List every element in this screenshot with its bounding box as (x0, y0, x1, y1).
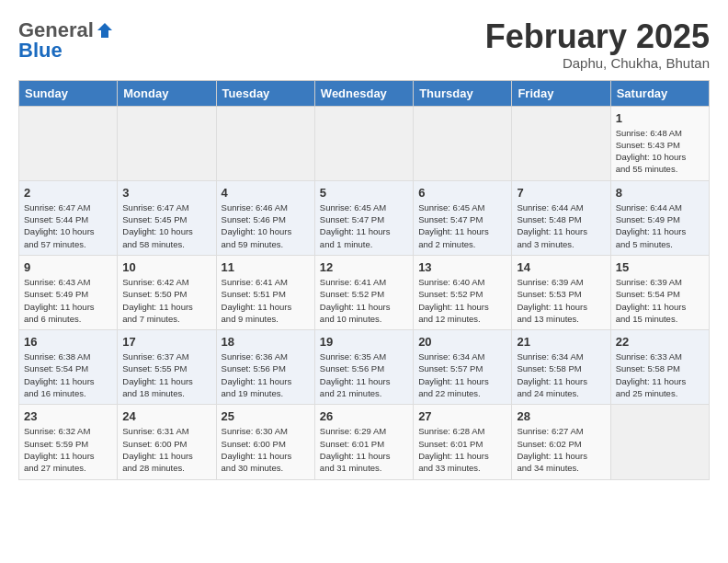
day-info: Sunrise: 6:43 AMSunset: 5:49 PMDaylight:… (24, 276, 112, 325)
calendar-cell (118, 106, 216, 180)
day-info: Sunrise: 6:38 AMSunset: 5:54 PMDaylight:… (24, 350, 112, 399)
day-number: 5 (320, 186, 408, 200)
day-number: 24 (122, 409, 210, 423)
calendar-cell: 14Sunrise: 6:39 AMSunset: 5:53 PMDayligh… (512, 255, 610, 329)
day-info: Sunrise: 6:32 AMSunset: 5:59 PMDaylight:… (24, 425, 112, 474)
calendar-cell (19, 106, 118, 180)
day-info: Sunrise: 6:46 AMSunset: 5:46 PMDaylight:… (222, 201, 310, 250)
day-number: 25 (222, 409, 310, 423)
day-number: 11 (222, 260, 310, 274)
calendar-cell: 17Sunrise: 6:37 AMSunset: 5:55 PMDayligh… (118, 330, 216, 405)
logo-icon (96, 21, 114, 40)
weekday-header: Sunday (19, 80, 118, 106)
day-number: 21 (517, 335, 605, 349)
day-info: Sunrise: 6:39 AMSunset: 5:53 PMDaylight:… (517, 276, 605, 325)
weekday-header: Wednesday (314, 80, 413, 106)
day-info: Sunrise: 6:29 AMSunset: 6:01 PMDaylight:… (320, 425, 408, 474)
day-info: Sunrise: 6:33 AMSunset: 5:58 PMDaylight:… (616, 350, 704, 399)
day-number: 16 (24, 335, 112, 349)
day-number: 20 (418, 335, 506, 349)
day-number: 27 (418, 409, 506, 423)
calendar-cell: 2Sunrise: 6:47 AMSunset: 5:44 PMDaylight… (19, 180, 118, 255)
calendar-cell: 10Sunrise: 6:42 AMSunset: 5:50 PMDayligh… (118, 255, 216, 329)
day-number: 22 (616, 335, 704, 349)
calendar-cell: 1Sunrise: 6:48 AMSunset: 5:43 PMDaylight… (610, 106, 709, 180)
day-number: 6 (418, 186, 506, 200)
calendar-cell: 13Sunrise: 6:40 AMSunset: 5:52 PMDayligh… (414, 255, 512, 329)
day-info: Sunrise: 6:35 AMSunset: 5:56 PMDaylight:… (320, 350, 408, 399)
day-info: Sunrise: 6:30 AMSunset: 6:00 PMDaylight:… (222, 425, 310, 474)
calendar-cell: 23Sunrise: 6:32 AMSunset: 5:59 PMDayligh… (19, 405, 118, 479)
logo-blue: Blue (18, 39, 63, 63)
day-info: Sunrise: 6:40 AMSunset: 5:52 PMDaylight:… (418, 276, 506, 325)
day-number: 1 (616, 111, 704, 125)
calendar-cell: 21Sunrise: 6:34 AMSunset: 5:58 PMDayligh… (512, 330, 610, 405)
month-title: February 2025 (485, 18, 710, 55)
calendar-cell: 22Sunrise: 6:33 AMSunset: 5:58 PMDayligh… (610, 330, 709, 405)
calendar-cell: 7Sunrise: 6:44 AMSunset: 5:48 PMDaylight… (512, 180, 610, 255)
calendar-cell: 11Sunrise: 6:41 AMSunset: 5:51 PMDayligh… (216, 255, 314, 329)
day-info: Sunrise: 6:47 AMSunset: 5:45 PMDaylight:… (122, 201, 210, 250)
calendar-week-row: 9Sunrise: 6:43 AMSunset: 5:49 PMDaylight… (19, 255, 710, 329)
day-number: 7 (517, 186, 605, 200)
calendar-cell: 28Sunrise: 6:27 AMSunset: 6:02 PMDayligh… (512, 405, 610, 479)
day-number: 8 (616, 186, 704, 200)
day-number: 15 (616, 260, 704, 274)
day-info: Sunrise: 6:37 AMSunset: 5:55 PMDaylight:… (122, 350, 210, 399)
weekday-header: Monday (118, 80, 216, 106)
day-info: Sunrise: 6:42 AMSunset: 5:50 PMDaylight:… (122, 276, 210, 325)
calendar-cell: 8Sunrise: 6:44 AMSunset: 5:49 PMDaylight… (610, 180, 709, 255)
day-info: Sunrise: 6:48 AMSunset: 5:43 PMDaylight:… (616, 127, 704, 176)
calendar-cell (216, 106, 314, 180)
day-info: Sunrise: 6:41 AMSunset: 5:51 PMDaylight:… (222, 276, 310, 325)
weekday-header: Thursday (414, 80, 512, 106)
day-number: 9 (24, 260, 112, 274)
calendar-week-row: 23Sunrise: 6:32 AMSunset: 5:59 PMDayligh… (19, 405, 710, 479)
calendar-cell: 3Sunrise: 6:47 AMSunset: 5:45 PMDaylight… (118, 180, 216, 255)
day-info: Sunrise: 6:36 AMSunset: 5:56 PMDaylight:… (222, 350, 310, 399)
day-info: Sunrise: 6:44 AMSunset: 5:49 PMDaylight:… (616, 201, 704, 250)
calendar-cell (610, 405, 709, 479)
day-info: Sunrise: 6:28 AMSunset: 6:01 PMDaylight:… (418, 425, 506, 474)
day-info: Sunrise: 6:34 AMSunset: 5:58 PMDaylight:… (517, 350, 605, 399)
calendar-cell: 24Sunrise: 6:31 AMSunset: 6:00 PMDayligh… (118, 405, 216, 479)
day-info: Sunrise: 6:45 AMSunset: 5:47 PMDaylight:… (320, 201, 408, 250)
day-number: 12 (320, 260, 408, 274)
calendar-cell: 16Sunrise: 6:38 AMSunset: 5:54 PMDayligh… (19, 330, 118, 405)
calendar-cell: 20Sunrise: 6:34 AMSunset: 5:57 PMDayligh… (414, 330, 512, 405)
day-number: 19 (320, 335, 408, 349)
weekday-header: Saturday (610, 80, 709, 106)
calendar-cell: 27Sunrise: 6:28 AMSunset: 6:01 PMDayligh… (414, 405, 512, 479)
day-number: 26 (320, 409, 408, 423)
calendar-cell: 26Sunrise: 6:29 AMSunset: 6:01 PMDayligh… (314, 405, 413, 479)
calendar-cell: 4Sunrise: 6:46 AMSunset: 5:46 PMDaylight… (216, 180, 314, 255)
day-info: Sunrise: 6:27 AMSunset: 6:02 PMDaylight:… (517, 425, 605, 474)
calendar-cell: 5Sunrise: 6:45 AMSunset: 5:47 PMDaylight… (314, 180, 413, 255)
weekday-header: Friday (512, 80, 610, 106)
calendar-table: SundayMondayTuesdayWednesdayThursdayFrid… (18, 80, 710, 480)
day-number: 28 (517, 409, 605, 423)
calendar-week-row: 2Sunrise: 6:47 AMSunset: 5:44 PMDaylight… (19, 180, 710, 255)
weekday-header-row: SundayMondayTuesdayWednesdayThursdayFrid… (19, 80, 710, 106)
day-info: Sunrise: 6:41 AMSunset: 5:52 PMDaylight:… (320, 276, 408, 325)
calendar-cell: 19Sunrise: 6:35 AMSunset: 5:56 PMDayligh… (314, 330, 413, 405)
day-info: Sunrise: 6:47 AMSunset: 5:44 PMDaylight:… (24, 201, 112, 250)
location: Daphu, Chukha, Bhutan (485, 55, 710, 71)
day-number: 13 (418, 260, 506, 274)
page-header: General Blue February 2025 Daphu, Chukha… (18, 18, 710, 71)
title-block: February 2025 Daphu, Chukha, Bhutan (485, 18, 710, 71)
calendar-cell: 18Sunrise: 6:36 AMSunset: 5:56 PMDayligh… (216, 330, 314, 405)
calendar-cell (414, 106, 512, 180)
calendar-cell (512, 106, 610, 180)
day-info: Sunrise: 6:34 AMSunset: 5:57 PMDaylight:… (418, 350, 506, 399)
calendar-cell: 6Sunrise: 6:45 AMSunset: 5:47 PMDaylight… (414, 180, 512, 255)
day-number: 3 (122, 186, 210, 200)
logo: General Blue (18, 18, 116, 63)
calendar-cell: 9Sunrise: 6:43 AMSunset: 5:49 PMDaylight… (19, 255, 118, 329)
day-info: Sunrise: 6:45 AMSunset: 5:47 PMDaylight:… (418, 201, 506, 250)
day-number: 10 (122, 260, 210, 274)
day-number: 18 (222, 335, 310, 349)
day-info: Sunrise: 6:44 AMSunset: 5:48 PMDaylight:… (517, 201, 605, 250)
day-info: Sunrise: 6:31 AMSunset: 6:00 PMDaylight:… (122, 425, 210, 474)
calendar-cell (314, 106, 413, 180)
